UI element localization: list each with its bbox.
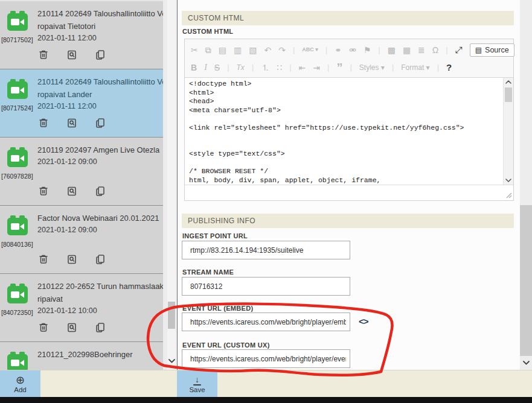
- stream-name-input[interactable]: [182, 277, 350, 296]
- toolbar-separator: |: [392, 63, 394, 72]
- bold-icon[interactable]: B: [191, 63, 197, 72]
- event-id: [80717502]: [1, 36, 33, 43]
- delete-icon[interactable]: [37, 322, 50, 334]
- duplicate-icon[interactable]: [94, 185, 106, 197]
- preview-icon[interactable]: [66, 185, 78, 197]
- event-title: 210114 202649 Taloushallintoliitto Verop…: [37, 7, 162, 33]
- image-icon[interactable]: ▩: [388, 46, 396, 54]
- toolbar-separator: |: [446, 45, 447, 54]
- event-list-item[interactable]: [80840136] Factor Nova Webinaari 20.01.2…: [0, 206, 163, 274]
- sidebar-scrollbar: [163, 0, 177, 370]
- ingest-point-url-input[interactable]: [182, 241, 350, 259]
- resize-handle-icon[interactable]: [505, 191, 512, 198]
- preview-icon[interactable]: [66, 322, 78, 334]
- event-list: [80717502] 210114 202649 Taloushallintol…: [0, 0, 163, 370]
- event-title: 210121_202998Boehringer: [37, 348, 162, 361]
- toolbar-row-2: BIS|Tx|⒈∷|⇤⇥|”|Styles ▾|Format ▾|?: [191, 59, 507, 76]
- add-plus-icon: ⊕: [16, 375, 25, 386]
- cut-icon[interactable]: ✂: [191, 46, 198, 54]
- duplicate-icon[interactable]: [94, 322, 106, 334]
- preview-icon[interactable]: [66, 49, 78, 61]
- event-id: [84072350]: [1, 309, 33, 316]
- toolbar-separator: |: [325, 45, 327, 54]
- source-button[interactable]: ▤Source: [470, 43, 514, 57]
- duplicate-icon[interactable]: [94, 253, 106, 265]
- editor-scrollbar: [503, 78, 513, 185]
- save-button[interactable]: ↓ Save: [177, 370, 217, 398]
- save-download-icon: ↓: [193, 375, 201, 386]
- horizontal-rule-icon[interactable]: ≣: [418, 46, 425, 54]
- event-id: [80840136]: [1, 241, 33, 248]
- about-icon[interactable]: ?: [446, 63, 452, 72]
- calendar-video-icon: [7, 352, 28, 370]
- event-url-custom-ux-input[interactable]: [182, 349, 350, 368]
- remove-format-icon[interactable]: Tx: [237, 64, 245, 71]
- delete-icon[interactable]: [37, 253, 50, 265]
- footer-bar: ⊕ Add ↓ Save: [0, 370, 532, 397]
- table-icon[interactable]: ▦: [403, 46, 411, 54]
- bulleted-list-icon[interactable]: ∷: [277, 63, 282, 72]
- source-code-textarea[interactable]: [185, 78, 502, 185]
- event-title: Factor Nova Webinaari 20.01.2021: [37, 212, 162, 224]
- editor-scrollbar-thumb[interactable]: [505, 87, 512, 102]
- main-scrollbar-thumb[interactable]: [520, 205, 532, 356]
- event-list-item[interactable]: [80717524] 210114 202649 Taloushallintol…: [0, 69, 163, 138]
- redo-icon[interactable]: ↷: [278, 46, 286, 54]
- duplicate-icon[interactable]: [94, 117, 106, 129]
- event-url-embed-label: EVENT URL (EMBED): [182, 305, 253, 312]
- delete-icon[interactable]: [37, 185, 50, 197]
- preview-icon[interactable]: [66, 117, 78, 129]
- special-character-icon[interactable]: Ω: [432, 46, 438, 54]
- duplicate-icon[interactable]: [94, 49, 106, 61]
- source-code-area: [185, 78, 513, 185]
- maximize-icon[interactable]: ⤢: [455, 45, 463, 54]
- styles-dropdown[interactable]: Styles ▾: [359, 64, 385, 71]
- toolbar-separator: |: [252, 63, 254, 72]
- undo-icon[interactable]: ↶: [264, 46, 271, 54]
- event-id: [80717524]: [1, 104, 33, 112]
- calendar-video-icon: [7, 215, 28, 235]
- delete-icon[interactable]: [37, 117, 50, 129]
- spellcheck-icon[interactable]: ABC ▾: [302, 47, 318, 52]
- event-list-item[interactable]: [76097828] 210119 202497 Amgen Live Otez…: [0, 138, 163, 206]
- paste-plain-text-icon[interactable]: ▥: [234, 46, 242, 54]
- paste-from-word-icon[interactable]: ▧: [249, 46, 257, 54]
- anchor-flag-icon[interactable]: ⚑: [364, 46, 371, 54]
- add-button[interactable]: ⊕ Add: [0, 370, 40, 398]
- numbered-list-icon[interactable]: ⒈: [261, 63, 269, 72]
- main-scroll-down-icon[interactable]: [522, 360, 530, 366]
- sidebar-scroll-down-icon[interactable]: [168, 358, 176, 364]
- editor-scroll-up-icon[interactable]: [505, 80, 512, 84]
- event-list-item[interactable]: [80717502] 210114 202649 Taloushallintol…: [0, 1, 163, 69]
- event-manager-window: [80717502] 210114 202649 Taloushallintol…: [0, 0, 532, 403]
- format-dropdown[interactable]: Format ▾: [401, 64, 429, 71]
- event-id: [76097828]: [1, 173, 33, 180]
- preview-icon[interactable]: [66, 253, 78, 265]
- copy-icon[interactable]: ⧉: [205, 46, 211, 54]
- calendar-video-icon: [7, 11, 28, 31]
- link-icon[interactable]: ⚭: [335, 46, 342, 54]
- delete-icon[interactable]: [37, 49, 50, 61]
- unlink-icon[interactable]: ⚮: [349, 46, 356, 54]
- decrease-indent-icon[interactable]: ⇤: [299, 63, 306, 72]
- strikethrough-icon[interactable]: S: [214, 63, 220, 72]
- event-url-embed-input[interactable]: [182, 313, 350, 331]
- custom-html-section-header: CUSTOM HTML: [182, 11, 514, 25]
- event-list-item[interactable]: 210121_202998Boehringer: [0, 342, 163, 370]
- embed-code-icon[interactable]: <>: [359, 316, 368, 326]
- event-actions: [37, 322, 106, 334]
- editor-scroll-down-icon[interactable]: [505, 178, 512, 183]
- sidebar-scrollbar-thumb[interactable]: [168, 302, 175, 329]
- paste-icon[interactable]: ▤: [219, 46, 226, 54]
- toolbar-row-1: ✂⧉▤▥▧↶↷|ABC ▾|⚭⚮⚑|▩▦≣Ω|⤢▤Source: [191, 41, 507, 59]
- toolbar-separator: |: [378, 45, 380, 54]
- editor-toolbar: ✂⧉▤▥▧↶↷|ABC ▾|⚭⚮⚑|▩▦≣Ω|⤢▤Source BIS|Tx|⒈…: [185, 39, 513, 78]
- toolbar-separator: |: [437, 63, 439, 72]
- italic-icon[interactable]: I: [204, 63, 207, 72]
- toolbar-separator: |: [289, 63, 291, 72]
- event-list-item[interactable]: [84072350] 210122 20-2652 Turun hammasla…: [0, 274, 163, 342]
- event-title: 210114 202649 Taloushallintoliitto Verop…: [37, 75, 162, 101]
- event-actions: [37, 253, 106, 265]
- blockquote-icon[interactable]: ”: [336, 65, 342, 70]
- increase-indent-icon[interactable]: ⇥: [313, 63, 320, 72]
